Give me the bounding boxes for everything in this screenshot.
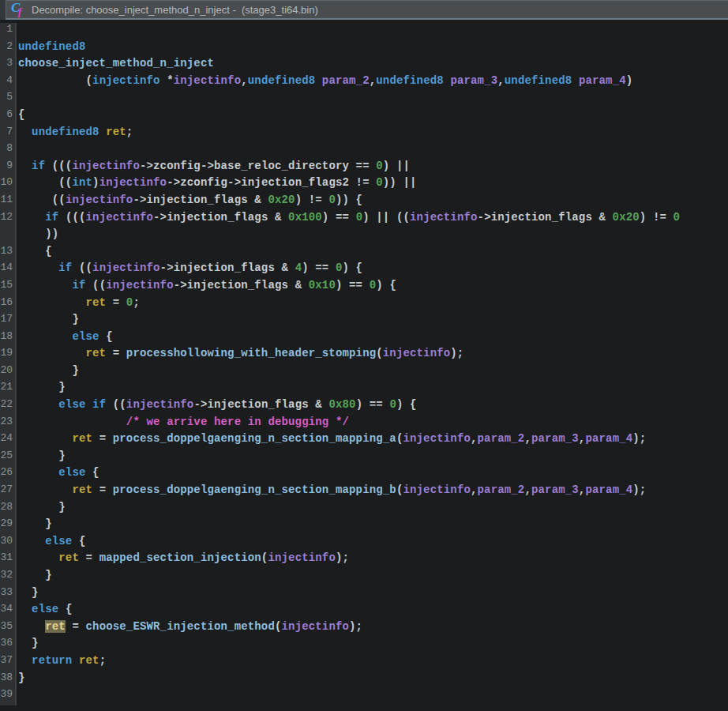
code-token-pl[interactable]: { [18, 245, 52, 258]
code-line[interactable]: { [17, 245, 728, 262]
code-token-var[interactable]: injectinfo [282, 620, 350, 633]
code-line[interactable]: ret = process_doppelgaenging_n_section_m… [17, 432, 728, 450]
code-token-pl[interactable] [315, 74, 322, 87]
code-line[interactable]: return ret; [17, 654, 728, 672]
code-token-pl[interactable]: ->injection_flags & [153, 211, 288, 224]
code-token-pl[interactable]: ) { [376, 279, 396, 292]
code-token-var[interactable]: injectinfo [99, 176, 167, 189]
code-token-pl[interactable]: } [18, 586, 39, 599]
code-line[interactable]: } [17, 672, 728, 689]
code-token-var[interactable]: injectinfo [410, 211, 478, 224]
code-token-pl[interactable]: = [106, 347, 126, 359]
code-line[interactable]: else { [17, 466, 728, 483]
code-token-pl[interactable]: = [92, 432, 113, 445]
code-token-gl[interactable]: ret [72, 483, 92, 496]
code-token-pl[interactable] [18, 279, 72, 292]
code-token-kw[interactable]: else [72, 330, 99, 343]
code-token-var[interactable]: param_3 [531, 483, 579, 496]
code-token-pl[interactable]: } [18, 381, 66, 393]
code-token-gl[interactable]: ret [58, 551, 79, 564]
code-token-kw[interactable]: return [32, 654, 72, 667]
code-token-pl[interactable] [18, 347, 86, 359]
code-line[interactable] [17, 142, 728, 160]
code-token-var[interactable]: param_2 [322, 74, 370, 87]
code-token-gl[interactable]: ret [106, 126, 126, 138]
code-line[interactable]: } [17, 450, 728, 467]
code-token-pl[interactable] [99, 126, 107, 138]
code-token-kw[interactable]: if [45, 211, 58, 224]
code-token-pl[interactable] [18, 466, 58, 479]
code-line[interactable]: if (((injectinfo->injection_flags & 0x10… [17, 211, 728, 228]
code-token-fn[interactable]: processhollowing_with_header_stomping [126, 347, 376, 359]
code-token-pl[interactable]: ) == [356, 398, 390, 411]
code-token-pl[interactable]: ->injection_flags & [478, 211, 613, 224]
code-line[interactable]: } [17, 637, 728, 654]
code-token-fn[interactable]: choose_inject_method_n_inject [18, 57, 214, 70]
code-token-cn[interactable]: 0 [328, 194, 336, 206]
code-token-pl[interactable]: , [471, 483, 478, 496]
code-token-type[interactable]: undefined8 [32, 126, 99, 138]
code-token-pl[interactable]: ( [376, 347, 383, 359]
code-token-pl[interactable]: (( [106, 398, 126, 411]
code-token-pl[interactable]: = [106, 296, 126, 309]
code-line[interactable]: } [17, 501, 728, 518]
code-token-cn[interactable]: 0x10 [309, 279, 336, 292]
code-token-kw[interactable]: if [32, 160, 45, 172]
code-token-pl[interactable] [572, 74, 579, 87]
code-token-pl[interactable]: } [18, 501, 66, 514]
code-token-pl[interactable] [72, 654, 79, 667]
code-token-cn[interactable]: 0 [370, 279, 377, 292]
code-line[interactable]: /* we arrive here in debugging */ [17, 416, 728, 433]
code-token-pl[interactable] [18, 398, 58, 411]
code-token-cn[interactable]: 0x80 [328, 398, 355, 411]
code-token-var[interactable]: injectinfo [174, 74, 242, 87]
code-token-pl[interactable] [18, 126, 32, 138]
code-token-pl[interactable]: { [18, 108, 25, 121]
code-token-pl[interactable]: } [18, 672, 25, 684]
code-token-pl[interactable]: { [86, 466, 99, 479]
code-token-type[interactable]: undefined8 [376, 74, 444, 87]
code-token-cn[interactable]: 0x20 [268, 194, 295, 206]
code-line[interactable]: else { [17, 330, 728, 348]
code-token-pl[interactable]: (( [18, 194, 66, 206]
code-token-var[interactable]: injectinfo [72, 160, 140, 172]
code-token-gl[interactable]: ret [86, 296, 107, 309]
code-token-var[interactable]: injectinfo [383, 347, 451, 359]
code-token-var[interactable]: param_2 [478, 483, 525, 496]
code-token-gl[interactable]: ret [79, 654, 99, 667]
code-line[interactable]: else { [17, 535, 728, 552]
code-token-var[interactable]: injectinfo [403, 432, 471, 445]
code-token-var[interactable]: injectinfo [86, 211, 154, 224]
code-token-pl[interactable]: } [18, 450, 66, 462]
code-token-pl[interactable] [18, 603, 32, 615]
code-token-fn[interactable]: choose_ESWR_injection_method [86, 620, 275, 633]
code-token-var[interactable]: injectinfo [92, 261, 160, 274]
code-token-pl[interactable]: ((( [58, 211, 85, 224]
code-token-type[interactable]: injectinfo [92, 74, 160, 87]
code-line[interactable]: } [17, 381, 728, 398]
code-token-pl[interactable]: { [99, 330, 113, 343]
decompiler-code-panel[interactable]: 12undefined83choose_inject_method_n_inje… [0, 20, 728, 709]
code-token-pl[interactable]: ; [133, 296, 140, 309]
code-token-pl[interactable]: ) == [336, 279, 370, 292]
code-line[interactable]: undefined8 ret; [17, 126, 728, 143]
code-token-pl[interactable]: , [524, 483, 531, 496]
code-line[interactable]: else { [17, 603, 728, 620]
code-line[interactable]: } [17, 517, 728, 535]
code-line[interactable]: )) [17, 228, 728, 245]
code-token-kw[interactable]: if [72, 279, 85, 292]
code-token-gl[interactable]: ret [72, 432, 92, 445]
code-line[interactable]: ret = process_doppelgaenging_n_section_m… [17, 483, 728, 501]
code-token-pl[interactable] [18, 416, 126, 428]
code-token-pl[interactable]: ); [632, 483, 646, 496]
code-line[interactable]: { [17, 108, 728, 126]
code-token-pl[interactable]: ->zconfig->injection_flags2 != [167, 176, 376, 189]
code-token-pl[interactable] [18, 483, 72, 496]
code-token-pl[interactable]: ->injection_flags & [160, 261, 295, 274]
code-token-fn[interactable]: process_doppelgaenging_n_section_mapping… [113, 432, 396, 445]
code-token-var[interactable]: param_4 [585, 432, 632, 445]
code-line[interactable]: ((int)injectinfo->zconfig->injection_fla… [17, 176, 728, 194]
code-token-cn[interactable]: 0 [389, 398, 396, 411]
code-token-pl[interactable]: )) [18, 228, 58, 240]
code-line[interactable]: else if ((injectinfo->injection_flags & … [17, 398, 728, 416]
